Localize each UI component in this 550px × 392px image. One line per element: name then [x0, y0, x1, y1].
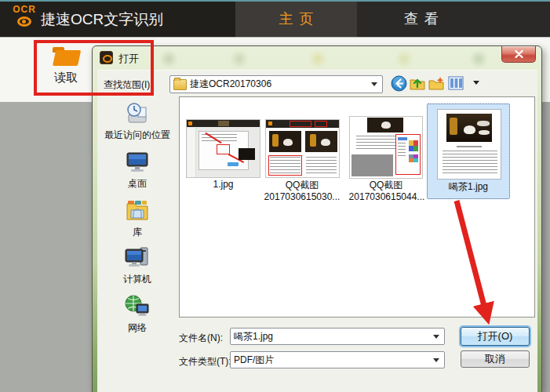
place-label: 最近访问的位置	[97, 129, 177, 142]
dialog-title: 打开	[118, 52, 139, 66]
lookup-combobox[interactable]: 捷速OCR20170306	[169, 75, 383, 93]
file-list[interactable]: 1.jpg	[179, 96, 535, 318]
open-folder-icon	[53, 47, 79, 67]
dialog-client: 查找范围(I): 捷速OCR20170306	[97, 70, 537, 392]
file-item[interactable]	[349, 116, 423, 179]
file-thumbnail	[186, 119, 260, 178]
cancel-button[interactable]: 取消	[461, 350, 530, 368]
place-computer[interactable]: 计算机	[97, 243, 177, 286]
read-button[interactable]: 读取	[38, 42, 94, 94]
chevron-down-icon	[433, 358, 439, 362]
desktop-icon	[124, 149, 151, 176]
open-dialog: 打开 查找范围(I): 捷速OCR20170306	[92, 45, 542, 392]
app-title: 捷速OCR文字识别	[41, 9, 163, 30]
place-label: 计算机	[97, 273, 177, 286]
filename-combobox[interactable]: 喝茶1.jpg	[230, 328, 445, 345]
read-button-label: 读取	[38, 71, 94, 85]
lookup-value: 捷速OCR20170306	[187, 78, 371, 91]
app-logo-icon: OCR	[9, 4, 39, 34]
file-thumbnail	[437, 109, 501, 180]
views-dropdown-caret[interactable]	[473, 81, 479, 85]
back-icon	[391, 75, 407, 92]
close-button[interactable]	[501, 46, 536, 63]
place-label: 桌面	[97, 177, 177, 191]
dialog-ocr-icon	[100, 51, 113, 64]
close-icon	[515, 50, 523, 58]
back-button[interactable]	[391, 75, 407, 92]
file-thumbnail	[265, 119, 340, 178]
recent-places-icon	[124, 100, 151, 127]
network-icon	[124, 293, 151, 320]
folder-icon	[173, 79, 187, 90]
open-button[interactable]: 打开(O)	[461, 327, 530, 346]
tab-home[interactable]: 主页	[235, 0, 357, 37]
window-top-edge	[0, 0, 550, 2]
dialog-titlebar[interactable]: 打开	[93, 46, 541, 70]
place-label: 网络	[97, 321, 177, 335]
file-name-line2[interactable]: 2017030615044...	[333, 191, 440, 202]
file-name-line1[interactable]: QQ截图	[337, 179, 435, 192]
place-libraries[interactable]: 库	[97, 198, 177, 239]
app-logo-text: OCR	[9, 4, 39, 15]
place-desktop[interactable]: 桌面	[97, 149, 177, 191]
app-titlebar: OCR 捷速OCR文字识别 主页 查看	[0, 0, 550, 37]
place-network[interactable]: 网络	[97, 293, 177, 335]
new-folder-button[interactable]	[428, 76, 445, 93]
computer-icon	[123, 243, 151, 271]
filetype-label: 文件类型(T):	[179, 355, 231, 368]
file-item-selected[interactable]: 喝茶1.jpg	[427, 103, 510, 199]
up-folder-icon	[410, 76, 425, 91]
file-name[interactable]: 1.jpg	[180, 179, 267, 190]
libraries-icon	[124, 198, 151, 224]
filename-label: 文件名(N):	[179, 332, 223, 345]
filetype-value: PDF/图片	[231, 354, 433, 367]
place-recent[interactable]: 最近访问的位置	[97, 100, 177, 142]
file-item[interactable]	[186, 119, 260, 178]
views-button[interactable]	[448, 76, 472, 93]
file-item[interactable]	[265, 119, 340, 178]
filetype-combobox[interactable]: PDF/图片	[230, 351, 445, 368]
up-one-level-button[interactable]	[410, 76, 426, 93]
tab-view[interactable]: 查看	[357, 0, 550, 37]
screen: OCR 捷速OCR文字识别 主页 查看 读取 打开	[0, 0, 550, 392]
chevron-down-icon	[433, 335, 439, 339]
file-name-line1[interactable]: QQ截图	[255, 179, 349, 192]
new-folder-icon	[428, 76, 445, 91]
filename-value: 喝茶1.jpg	[231, 330, 433, 343]
place-label: 库	[97, 226, 177, 239]
lookup-label: 查找范围(I):	[104, 78, 153, 92]
file-name[interactable]: 喝茶1.jpg	[428, 180, 509, 194]
eye-icon	[17, 16, 31, 27]
views-icon	[448, 76, 464, 90]
file-thumbnail	[349, 116, 423, 179]
chevron-down-icon	[371, 82, 377, 86]
